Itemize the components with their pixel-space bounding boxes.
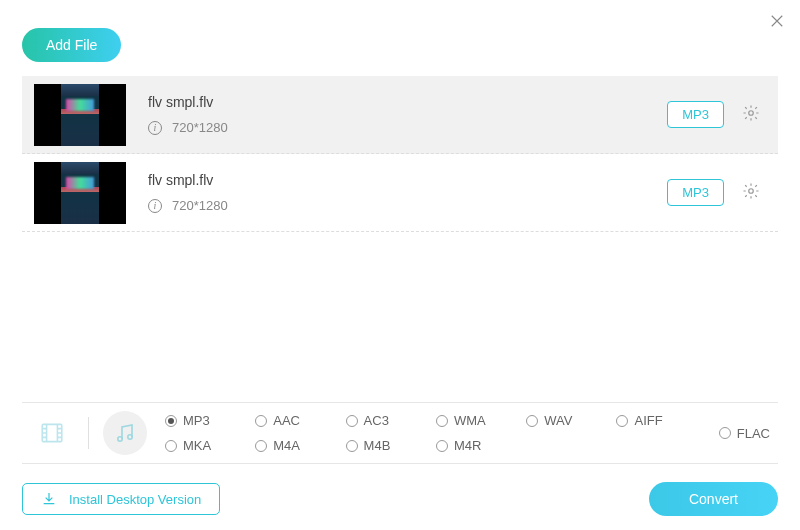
divider (88, 417, 89, 449)
download-icon (41, 491, 57, 507)
file-resolution: 720*1280 (172, 120, 228, 135)
format-option-aac[interactable]: AAC (255, 413, 345, 428)
format-option-mka[interactable]: MKA (165, 438, 255, 453)
svg-point-0 (749, 111, 754, 116)
file-name: flv smpl.flv (148, 172, 667, 188)
svg-point-4 (128, 435, 132, 439)
format-option-flac[interactable]: FLAC (719, 426, 770, 441)
install-desktop-label: Install Desktop Version (69, 492, 201, 507)
media-type-audio[interactable] (103, 411, 147, 455)
file-resolution: 720*1280 (172, 198, 228, 213)
file-row[interactable]: flv smpl.flv i 720*1280 MP3 (22, 76, 778, 154)
install-desktop-button[interactable]: Install Desktop Version (22, 483, 220, 515)
format-bar: MP3 AAC AC3 WMA WAV AIFF MKA M4A M4B M4R… (22, 402, 778, 464)
info-icon: i (148, 121, 162, 135)
info-icon: i (148, 199, 162, 213)
gear-icon[interactable] (742, 104, 760, 125)
file-output-format-button[interactable]: MP3 (667, 179, 724, 206)
close-button[interactable] (768, 12, 786, 33)
format-option-ac3[interactable]: AC3 (346, 413, 436, 428)
svg-point-1 (749, 189, 754, 194)
format-option-aiff[interactable]: AIFF (616, 413, 706, 428)
format-option-mp3[interactable]: MP3 (165, 413, 255, 428)
file-output-format-button[interactable]: MP3 (667, 101, 724, 128)
svg-point-3 (118, 437, 122, 441)
file-name: flv smpl.flv (148, 94, 667, 110)
format-option-wma[interactable]: WMA (436, 413, 526, 428)
file-thumbnail (34, 162, 126, 224)
format-option-m4b[interactable]: M4B (346, 438, 436, 453)
file-row[interactable]: flv smpl.flv i 720*1280 MP3 (22, 154, 778, 232)
convert-button[interactable]: Convert (649, 482, 778, 516)
format-option-wav[interactable]: WAV (526, 413, 616, 428)
gear-icon[interactable] (742, 182, 760, 203)
file-thumbnail (34, 84, 126, 146)
file-list: flv smpl.flv i 720*1280 MP3 flv smpl.flv… (22, 76, 778, 232)
media-type-video[interactable] (30, 411, 74, 455)
add-file-button[interactable]: Add File (22, 28, 121, 62)
format-option-m4a[interactable]: M4A (255, 438, 345, 453)
format-option-m4r[interactable]: M4R (436, 438, 526, 453)
